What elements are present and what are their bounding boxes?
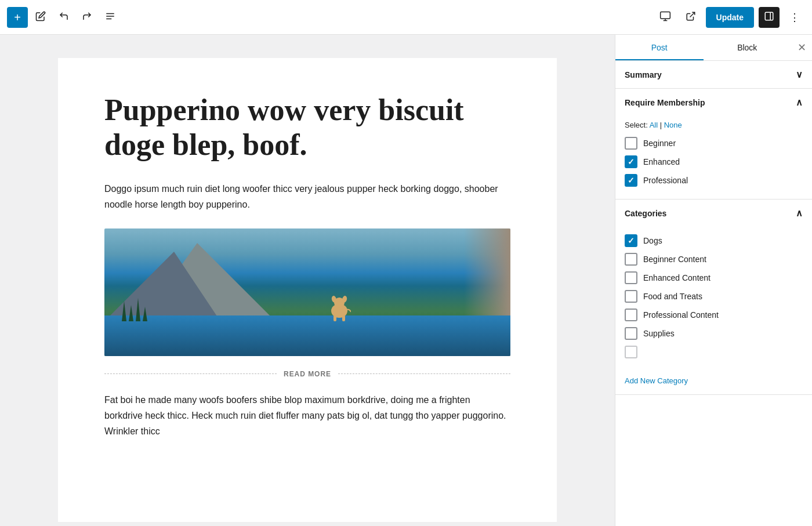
category-checkbox-beginner-content[interactable] bbox=[625, 253, 637, 266]
category-label-beginner-content: Beginner Content bbox=[643, 255, 706, 264]
membership-item-professional: ✓ Professional bbox=[625, 171, 803, 190]
tree-1 bbox=[122, 301, 126, 321]
read-more-line-left bbox=[104, 373, 277, 374]
sidebar: Post Block ✕ Summary ∨ bbox=[615, 35, 812, 526]
category-item-beginner-content: Beginner Content bbox=[625, 250, 803, 269]
tree-2 bbox=[129, 305, 133, 321]
toolbar-left: + bbox=[7, 7, 652, 28]
svg-rect-7 bbox=[765, 12, 773, 20]
external-link-icon bbox=[686, 11, 696, 24]
categories-label: Categories bbox=[625, 209, 666, 218]
category-item-dogs: ✓ Dogs bbox=[625, 231, 803, 250]
category-label-enhanced-content: Enhanced Content bbox=[643, 273, 710, 282]
summary-section: Summary ∨ bbox=[615, 61, 812, 89]
summary-header[interactable]: Summary ∨ bbox=[615, 61, 812, 88]
tab-block[interactable]: Block bbox=[704, 35, 792, 60]
undo-icon bbox=[59, 11, 69, 24]
categories-header[interactable]: Categories ∧ bbox=[615, 199, 812, 227]
membership-checkbox-beginner[interactable] bbox=[625, 137, 637, 150]
read-more-line-right bbox=[338, 373, 510, 374]
sidebar-toggle-button[interactable] bbox=[759, 7, 780, 28]
require-membership-label: Require Membership bbox=[625, 98, 705, 107]
tab-underline bbox=[615, 59, 704, 60]
preview-desktop-button[interactable] bbox=[655, 7, 676, 28]
category-checkbox-enhanced-content[interactable] bbox=[625, 271, 637, 284]
post-paragraph-2[interactable]: Fat boi he made many woofs boofers shibe… bbox=[104, 392, 510, 440]
category-checkbox-professional-content[interactable] bbox=[625, 309, 637, 321]
read-more-divider: READ MORE bbox=[104, 370, 510, 378]
toolbar: + bbox=[0, 0, 812, 35]
toolbar-right: Update ⋮ bbox=[655, 7, 805, 28]
categories-section: Categories ∧ ✓ Dogs Beginner Content bbox=[615, 199, 812, 395]
close-icon: ✕ bbox=[798, 41, 806, 54]
close-sidebar-button[interactable]: ✕ bbox=[791, 37, 812, 58]
category-item-enhanced-content: Enhanced Content bbox=[625, 269, 803, 287]
editor-content: Pupperino wow very biscuit doge blep, bo… bbox=[58, 58, 557, 522]
redo-button[interactable] bbox=[77, 7, 97, 28]
tools-icon bbox=[35, 11, 46, 24]
desktop-icon bbox=[659, 10, 671, 24]
post-image bbox=[104, 228, 510, 356]
category-label-food-treats: Food and Treats bbox=[643, 292, 702, 301]
tree-4 bbox=[143, 307, 147, 321]
post-title[interactable]: Pupperino wow very biscuit doge blep, bo… bbox=[104, 93, 510, 162]
select-separator: | bbox=[660, 121, 664, 129]
category-item-more bbox=[625, 343, 803, 361]
summary-label: Summary bbox=[625, 70, 662, 79]
undo-button[interactable] bbox=[53, 7, 74, 28]
select-none-link[interactable]: None bbox=[664, 121, 682, 129]
add-block-button[interactable]: + bbox=[7, 7, 28, 28]
membership-label-enhanced: Enhanced bbox=[643, 157, 680, 166]
summary-chevron-icon: ∨ bbox=[796, 69, 803, 80]
category-item-supplies: Supplies bbox=[625, 324, 803, 343]
svg-line-6 bbox=[690, 12, 694, 17]
membership-label-beginner: Beginner bbox=[643, 139, 676, 148]
svg-rect-3 bbox=[660, 12, 670, 19]
checkmark-icon: ✓ bbox=[628, 237, 635, 245]
categories-content: ✓ Dogs Beginner Content Enhanced Content bbox=[615, 227, 812, 371]
update-button[interactable]: Update bbox=[706, 7, 754, 28]
category-checkbox-food-treats[interactable] bbox=[625, 290, 637, 303]
require-membership-header[interactable]: Require Membership ∧ bbox=[615, 89, 812, 116]
membership-checkbox-enhanced[interactable]: ✓ bbox=[625, 155, 637, 168]
more-options-button[interactable]: ⋮ bbox=[784, 7, 805, 28]
trees bbox=[122, 298, 147, 321]
view-post-button[interactable] bbox=[680, 7, 701, 28]
category-label-dogs: Dogs bbox=[643, 236, 662, 245]
checkmark-icon: ✓ bbox=[628, 158, 635, 166]
add-new-category-link[interactable]: Add New Category bbox=[615, 371, 812, 394]
list-view-button[interactable] bbox=[100, 7, 121, 28]
select-all-link[interactable]: All bbox=[650, 121, 658, 129]
ellipsis-icon: ⋮ bbox=[789, 11, 800, 24]
require-membership-chevron-icon: ∧ bbox=[796, 97, 803, 108]
checkmark-icon: ✓ bbox=[628, 176, 635, 184]
sidebar-toggle-icon bbox=[764, 11, 774, 23]
category-checkbox-dogs[interactable]: ✓ bbox=[625, 234, 637, 247]
tree-3 bbox=[136, 298, 140, 321]
membership-item-enhanced: ✓ Enhanced bbox=[625, 153, 803, 171]
dog-silhouette bbox=[328, 293, 349, 317]
svg-rect-14 bbox=[342, 315, 345, 321]
tools-button[interactable] bbox=[30, 7, 51, 28]
editor-area: Pupperino wow very biscuit doge blep, bo… bbox=[0, 35, 615, 526]
sidebar-scroll-area: Summary ∨ bbox=[615, 61, 812, 526]
tab-post[interactable]: Post bbox=[615, 35, 704, 60]
redo-icon bbox=[82, 11, 92, 24]
membership-label-professional: Professional bbox=[643, 176, 688, 185]
category-item-food-treats: Food and Treats bbox=[625, 287, 803, 306]
category-label-supplies: Supplies bbox=[643, 329, 675, 338]
category-label-professional-content: Professional Content bbox=[643, 310, 719, 320]
membership-item-beginner: Beginner bbox=[625, 134, 803, 153]
list-view-icon bbox=[105, 11, 115, 24]
water bbox=[104, 315, 510, 356]
category-checkbox-more[interactable] bbox=[625, 346, 637, 358]
svg-rect-13 bbox=[334, 315, 336, 321]
membership-checkbox-professional[interactable]: ✓ bbox=[625, 174, 637, 187]
require-membership-section: Require Membership ∧ Select: All | None … bbox=[615, 89, 812, 199]
select-links-row: Select: All | None bbox=[625, 121, 803, 129]
select-label: Select: bbox=[625, 121, 648, 129]
require-membership-content: Select: All | None Beginner ✓ Enhanced bbox=[615, 116, 812, 199]
sidebar-tab-row: Post Block ✕ bbox=[615, 35, 812, 61]
category-checkbox-supplies[interactable] bbox=[625, 327, 637, 340]
post-paragraph-1[interactable]: Doggo ipsum much ruin diet long woofer t… bbox=[104, 181, 510, 212]
